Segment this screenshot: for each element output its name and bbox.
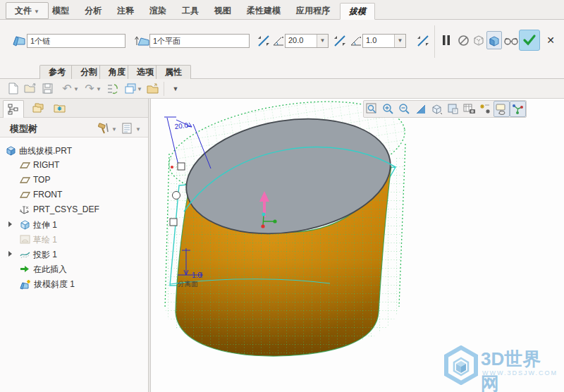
tab-analysis[interactable]: 分析 [76, 3, 110, 20]
model-tree: 曲线拔模.PRT RIGHT TOP FRONT [0, 140, 145, 392]
tab-favorites[interactable] [49, 100, 69, 118]
cancel-button[interactable]: ✕ [543, 31, 558, 49]
graphics-area[interactable]: 20.0 1.0 分离面 [151, 99, 564, 392]
part-icon [6, 145, 16, 156]
refit-button[interactable] [364, 101, 380, 117]
annotation-display-button[interactable] [494, 101, 510, 117]
reverse-direction-icon-3[interactable] [416, 32, 430, 49]
draft-hinge-icon [134, 32, 151, 49]
tab-render[interactable]: 渲染 [141, 3, 175, 20]
undo-icon: ↶ [62, 82, 71, 94]
tree-item-extrude[interactable]: 拉伸 1 [0, 217, 145, 232]
menu-tab-bar: 文件▼ 模型 分析 注释 渲染 工具 视图 柔性建模 应用程序 拔模 [0, 0, 564, 20]
quickbar-more-button[interactable]: ▼ [168, 81, 183, 97]
view-manager-button[interactable] [461, 101, 477, 117]
watermark: 3D世界网 WWW.3DSJW.COM [443, 345, 556, 385]
regenerate-button[interactable] [104, 81, 120, 97]
angle1-combo[interactable]: 20.0 ▼ [285, 34, 329, 48]
redo-dropdown[interactable]: ▼ [96, 86, 102, 92]
tab-model-tree[interactable] [3, 100, 24, 118]
tab-applications[interactable]: 应用程序 [288, 3, 338, 20]
reverse-direction-icon-2[interactable] [333, 32, 347, 49]
chevron-down-icon[interactable]: ▼ [394, 35, 405, 47]
glasses-icon [504, 37, 518, 45]
regenerate-icon [106, 83, 118, 94]
panel-tab-references[interactable]: 参考 [39, 65, 75, 79]
datum-plane-icon [20, 190, 30, 200]
ok-button[interactable] [519, 30, 540, 51]
chevron-down-icon[interactable]: ▼ [317, 35, 328, 47]
sketch-icon [20, 234, 30, 245]
watermark-url: WWW.3DSJW.COM [482, 369, 558, 376]
angle2-combo[interactable]: 1.0 ▼ [362, 34, 406, 48]
save-icon [42, 83, 53, 94]
display-style-button[interactable] [429, 101, 445, 117]
graphics-toolbar [363, 100, 527, 118]
tree-settings-icon[interactable] [121, 122, 134, 135]
navigator-panel: 模型树 ▼ ▼ 曲线拔模.PRT [0, 99, 148, 392]
tree-item-part[interactable]: 曲线拔模.PRT [0, 143, 145, 158]
save-button[interactable] [39, 81, 55, 97]
tab-tools[interactable]: 工具 [173, 3, 207, 20]
open-file-button[interactable] [23, 81, 38, 97]
tree-tools-icon[interactable] [97, 122, 110, 135]
undo-button[interactable]: ↶ [59, 81, 75, 97]
angle1-icon [272, 32, 285, 49]
repaint-button[interactable] [412, 101, 429, 117]
square-handle [170, 219, 177, 226]
ribbon-separator [434, 25, 435, 58]
round-handle [173, 192, 180, 200]
expand-arrow-icon[interactable] [8, 221, 12, 227]
verify-button[interactable] [503, 31, 519, 49]
square-handle [178, 163, 185, 170]
tree-item-insert-here[interactable]: 在此插入 [0, 262, 145, 276]
quick-access-toolbar: ↶ ▼ ↷ ▼ ▼ ▼ [0, 79, 564, 99]
redo-icon: ↷ [85, 82, 94, 94]
zoom-out-button[interactable] [396, 101, 412, 117]
pause-button[interactable] [439, 31, 454, 49]
zoom-in-button[interactable] [380, 101, 396, 117]
new-file-button[interactable] [6, 81, 21, 97]
watermark-logo-icon [443, 345, 479, 385]
angle2-icon [350, 32, 362, 49]
tree-item-draft[interactable]: 拔模斜度 1 [0, 276, 145, 291]
reverse-direction-icon-1[interactable] [257, 32, 271, 49]
undo-dropdown[interactable]: ▼ [73, 86, 79, 92]
regenerate-flag-icon [27, 280, 30, 283]
pause-icon [441, 35, 451, 46]
vertex-dot [171, 166, 173, 169]
tree-tools-dropdown[interactable]: ▼ [111, 126, 117, 133]
window-button[interactable] [123, 81, 138, 97]
redo-button[interactable]: ↷ [82, 81, 97, 97]
tab-flexible-modeling[interactable]: 柔性建模 [238, 3, 289, 20]
tree-item-csys[interactable]: PRT_CSYS_DEF [0, 202, 145, 217]
datum-plane-icon [20, 160, 30, 171]
tree-item-top[interactable]: TOP [0, 173, 145, 188]
creo-window: 文件▼ 模型 分析 注释 渲染 工具 视图 柔性建模 应用程序 拔模 1个链 1… [0, 0, 564, 392]
expand-arrow-icon[interactable] [8, 251, 12, 257]
extrude-icon [20, 219, 30, 230]
draft-surfaces-input[interactable]: 1个链 [27, 34, 125, 48]
tree-item-front[interactable]: FRONT [0, 188, 145, 202]
activate-window-button[interactable] [145, 81, 161, 97]
window-dropdown[interactable]: ▼ [137, 86, 142, 92]
tab-folder-browser[interactable] [28, 100, 48, 118]
tree-item-projection[interactable]: 投影 1 [0, 247, 145, 262]
saved-views-button[interactable] [445, 101, 461, 117]
wireframe-preview-button[interactable] [471, 31, 486, 49]
datum-display-button[interactable] [477, 101, 494, 117]
tab-draft-active[interactable]: 拔模 [340, 3, 375, 20]
shaded-preview-button[interactable] [486, 31, 502, 49]
tab-model[interactable]: 模型 [44, 3, 78, 20]
tree-item-sketch[interactable]: 草绘 1 [0, 232, 145, 247]
spin-center-button[interactable] [510, 101, 526, 117]
draft-hinge-input[interactable]: 1个平面 [149, 34, 250, 48]
tab-annotate[interactable]: 注释 [109, 3, 142, 20]
tree-item-right[interactable]: RIGHT [0, 158, 145, 173]
file-menu[interactable]: 文件▼ [6, 2, 49, 19]
close-icon: ✕ [546, 35, 555, 46]
tree-settings-dropdown[interactable]: ▼ [135, 126, 141, 133]
no-preview-button[interactable] [455, 31, 471, 49]
panel-tab-properties[interactable]: 属性 [156, 65, 191, 79]
tab-view[interactable]: 视图 [206, 3, 240, 20]
